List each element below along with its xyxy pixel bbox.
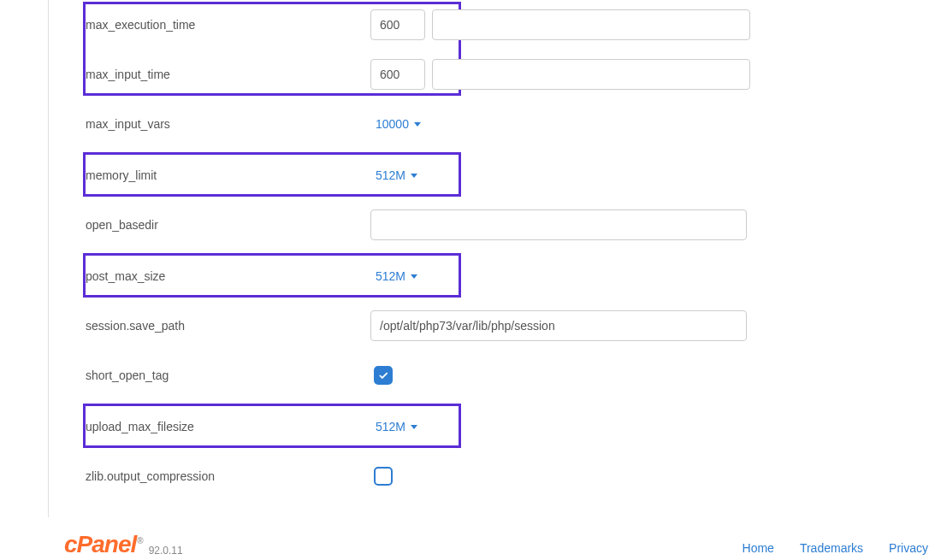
- dropdown-value-text: 10000: [376, 117, 409, 131]
- upload-max-filesize-dropdown[interactable]: 512M: [370, 420, 417, 433]
- footer-links: Home Trademarks Privacy: [743, 541, 928, 555]
- cpanel-logo: cPanel®: [64, 531, 142, 558]
- setting-row-max-input-vars: max_input_vars 10000: [64, 99, 920, 149]
- dropdown-value-text: 512M: [376, 420, 405, 433]
- footer-link-trademarks[interactable]: Trademarks: [800, 541, 863, 555]
- setting-row-max-input-time: max_input_time: [64, 50, 920, 99]
- setting-row-session-save-path: session.save_path: [64, 301, 920, 351]
- setting-row-max-execution-time: max_execution_time: [64, 0, 920, 50]
- dropdown-value-text: 512M: [376, 269, 405, 283]
- memory-limit-dropdown[interactable]: 512M: [370, 168, 417, 182]
- setting-label: max_input_vars: [64, 117, 370, 131]
- session-save-path-input[interactable]: [370, 310, 747, 341]
- setting-label: zlib.output_compression: [64, 469, 370, 483]
- setting-row-short-open-tag: short_open_tag: [64, 351, 920, 400]
- setting-label: short_open_tag: [64, 368, 370, 382]
- version-text: 92.0.11: [149, 545, 183, 557]
- panel-left-border: [48, 0, 49, 517]
- footer-link-privacy[interactable]: Privacy: [889, 541, 928, 555]
- setting-row-post-max-size: post_max_size 512M: [64, 251, 920, 301]
- setting-row-upload-max-filesize: upload_max_filesize 512M: [64, 402, 920, 451]
- short-open-tag-checkbox[interactable]: [374, 366, 393, 385]
- caret-down-icon: [411, 174, 417, 178]
- caret-down-icon: [411, 274, 417, 279]
- setting-row-memory-limit: memory_limit 512M: [64, 150, 920, 200]
- max-execution-time-extra-input[interactable]: [432, 9, 750, 40]
- registered-mark: ®: [137, 536, 142, 545]
- php-settings-list: max_execution_time max_input_time max_in…: [64, 0, 920, 501]
- setting-label: max_input_time: [64, 68, 370, 81]
- max-input-vars-dropdown[interactable]: 10000: [370, 117, 421, 131]
- max-input-time-extra-input[interactable]: [432, 59, 750, 90]
- setting-label: max_execution_time: [64, 18, 370, 32]
- zlib-output-compression-checkbox[interactable]: [374, 467, 393, 486]
- brand-text: cPanel: [64, 531, 136, 557]
- caret-down-icon: [414, 122, 421, 127]
- caret-down-icon: [411, 425, 417, 429]
- footer-link-home[interactable]: Home: [743, 541, 774, 555]
- setting-row-zlib-output-compression: zlib.output_compression: [64, 451, 920, 501]
- max-execution-time-input[interactable]: [370, 9, 425, 40]
- footer: cPanel® 92.0.11 Home Trademarks Privacy: [64, 531, 928, 558]
- post-max-size-dropdown[interactable]: 512M: [370, 269, 417, 283]
- setting-row-open-basedir: open_basedir: [64, 200, 920, 250]
- setting-label: session.save_path: [64, 319, 370, 333]
- dropdown-value-text: 512M: [376, 168, 405, 182]
- max-input-time-input[interactable]: [370, 59, 425, 90]
- setting-label: upload_max_filesize: [64, 420, 370, 433]
- open-basedir-input[interactable]: [370, 209, 747, 240]
- setting-label: open_basedir: [64, 218, 370, 232]
- setting-label: post_max_size: [64, 269, 370, 283]
- check-icon: [377, 369, 389, 381]
- setting-label: memory_limit: [64, 168, 370, 182]
